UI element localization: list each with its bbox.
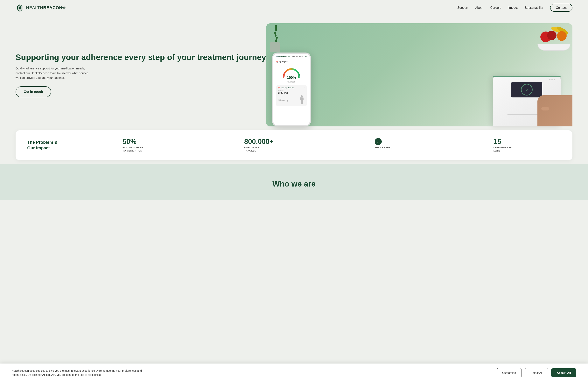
customize-button[interactable]: Customize <box>497 368 522 377</box>
cookie-banner: HealthBeacon uses cookies to give you th… <box>0 363 588 382</box>
logo-icon <box>16 3 24 12</box>
reject-all-button[interactable]: Reject All <box>525 368 548 377</box>
hero-text-block: Supporting your adherence every step of … <box>16 53 266 97</box>
stat-injections: 800,000+ INJECTIONSTRACKED <box>244 138 273 152</box>
svg-rect-1 <box>19 7 20 9</box>
phone-score-sublabel: On-Time Scorelast 4 weeks <box>276 81 307 83</box>
phone-location-line2: Upper Left - Leg <box>278 100 288 101</box>
stat-fda-label: FDA CLEARED <box>375 146 392 149</box>
phone-logo: 🏥 HEALTHBEACON <box>276 56 290 57</box>
get-in-touch-button[interactable]: Get in touch <box>16 86 51 97</box>
phone-gauge: 100% <box>276 64 307 80</box>
phone-settings-icon: ⚙ <box>305 56 307 58</box>
stat-fda: ✓ FDA CLEARED <box>375 138 392 149</box>
hero-image-area: 🏥 HEALTHBEACON Today: Mon, June 20 ⚙ 📅 M… <box>266 23 572 127</box>
svg-rect-7 <box>301 97 303 101</box>
nav-impact[interactable]: Impact <box>508 6 518 9</box>
fruit-bowl <box>537 27 570 51</box>
who-section: Who we are <box>0 164 588 200</box>
phone-date: Today: Mon, June 20 <box>292 56 303 57</box>
plant-decoration <box>270 25 282 52</box>
hero-title: Supporting your adherence every step of … <box>16 53 266 62</box>
svg-rect-10 <box>301 101 302 104</box>
svg-point-6 <box>301 95 303 97</box>
stat-adherence-label: FAIL TO ADHERETO MEDICATION <box>123 146 143 152</box>
nav-support[interactable]: Support <box>457 6 468 9</box>
phone-injection-time: 3:00 PM <box>278 91 305 94</box>
svg-rect-9 <box>303 97 304 100</box>
phone-mockup: 🏥 HEALTHBEACON Today: Mon, June 20 ⚙ 📅 M… <box>272 53 311 127</box>
phone-top-bar: 🏥 HEALTHBEACON Today: Mon, June 20 ⚙ <box>273 54 310 59</box>
navbar: HEALTHBEACON® Support About Careers Impa… <box>0 0 588 16</box>
who-title: Who we are <box>16 180 572 188</box>
hand-element <box>537 95 572 127</box>
stat-countries-label: COUNTRIES TODATE <box>494 146 512 152</box>
phone-next-injection-label: 📅 Next Injection Due › <box>278 87 305 89</box>
cookie-buttons: Customize Reject All Accept All <box>497 368 576 377</box>
phone-injection-date: Thu, Jul 2 <box>278 90 305 91</box>
phone-content: 📅 My Progress <box>273 59 310 108</box>
stat-adherence: 50% FAIL TO ADHERETO MEDICATION <box>123 138 143 152</box>
phone-next-injection-card: 📅 Next Injection Due › Thu, Jul 2 3:00 P… <box>276 85 307 106</box>
cookie-text: HealthBeacon uses cookies to give you th… <box>12 369 148 377</box>
nav-contact-button[interactable]: Contact <box>550 4 572 12</box>
nav-about[interactable]: About <box>475 6 483 9</box>
logo-text: HEALTHBEACON® <box>26 5 65 10</box>
phone-location-line1: Front <box>278 99 288 100</box>
body-diagram-icon <box>299 95 305 105</box>
stats-items: 50% FAIL TO ADHERETO MEDICATION 800,000+… <box>66 138 561 152</box>
stat-injections-number: 800,000+ <box>244 138 273 145</box>
hero-description: Quality adherence support for your medic… <box>16 66 89 80</box>
svg-point-5 <box>298 76 300 78</box>
svg-rect-2 <box>20 6 21 9</box>
nav-careers[interactable]: Careers <box>490 6 502 9</box>
stats-bar: The Problem &Our Impact 50% FAIL TO ADHE… <box>16 130 572 160</box>
stat-adherence-number: 50% <box>123 138 136 145</box>
accept-all-button[interactable]: Accept All <box>551 368 576 377</box>
phone-progress-label: My Progress <box>279 61 288 63</box>
stat-countries: 15 COUNTRIES TODATE <box>494 138 512 152</box>
nav-links: Support About Careers Impact Sustainabil… <box>457 6 572 10</box>
svg-point-4 <box>20 5 20 5</box>
stat-injections-label: INJECTIONSTRACKED <box>244 146 259 152</box>
stat-countries-number: 15 <box>494 138 501 145</box>
svg-rect-11 <box>302 101 303 104</box>
stats-title: The Problem &Our Impact <box>27 140 66 151</box>
hero-section: Supporting your adherence every step of … <box>0 16 588 127</box>
fda-cleared-icon: ✓ <box>375 138 382 145</box>
svg-rect-8 <box>300 97 301 100</box>
nav-sustainability[interactable]: Sustainability <box>525 6 543 9</box>
phone-score: 100% <box>287 76 296 80</box>
logo[interactable]: HEALTHBEACON® <box>16 3 65 12</box>
